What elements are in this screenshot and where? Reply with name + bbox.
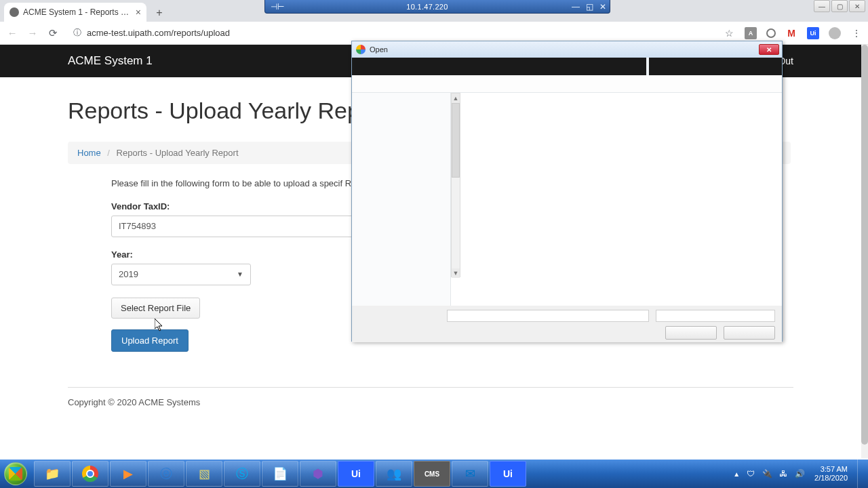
filename-label — [359, 310, 440, 322]
dialog-close-button[interactable]: ✕ — [759, 44, 779, 55]
pdf-extension-icon[interactable]: A — [745, 27, 757, 39]
scroll-up-arrow[interactable]: ▲ — [452, 94, 460, 103]
site-info-icon[interactable]: ⓘ — [73, 27, 81, 39]
taskbar-apps: 📁 ▶ ⓔ ▧ Ⓢ 📄 ⬢ Ui 👥 CMS ✉ Ui — [34, 461, 526, 487]
dialog-title: Open — [370, 45, 388, 54]
taskbar-media-player[interactable]: ▶ — [110, 461, 146, 487]
new-tab-button[interactable]: + — [151, 4, 168, 22]
tray-overflow-button[interactable]: ▲ — [733, 470, 740, 478]
breadcrumb-separator: / — [107, 148, 110, 158]
browser-tab[interactable]: ACME System 1 - Reports - Uploa × — [4, 3, 146, 22]
upload-report-button[interactable]: Upload Report — [111, 329, 189, 352]
windows-logo-icon — [4, 462, 27, 485]
footer-divider — [68, 387, 793, 388]
year-select[interactable]: 2019 ▼ — [111, 264, 251, 285]
rdp-connection-bar: ⊣⊢ 10.1.47.220 — ◱ ✕ — [264, 0, 610, 14]
rdp-close-button[interactable]: ✕ — [596, 1, 610, 12]
tray-security-icon[interactable]: 🛡 — [745, 468, 756, 479]
mcafee-extension-icon[interactable]: М — [785, 27, 797, 39]
omnibox[interactable]: ⓘ acme-test.uipath.com/reports/upload — [66, 24, 709, 42]
breadcrumb-current: Reports - Upload Yearly Report — [117, 148, 239, 158]
scrollbar-thumb[interactable] — [861, 45, 868, 445]
system-tray: ▲ 🛡 🔌 🖧 🔊 3:57 AM 2/18/2020 — [733, 460, 868, 488]
tray-time: 3:57 AM — [814, 465, 848, 474]
select-report-file-button[interactable]: Select Report File — [111, 298, 200, 319]
dialog-back-forward[interactable] — [352, 58, 395, 75]
rdp-minimize-button[interactable]: — — [569, 1, 583, 12]
filetype-filter[interactable] — [656, 310, 775, 322]
dialog-path-field[interactable] — [395, 58, 646, 75]
copyright: Copyright © 2020 ACME Systems — [68, 397, 793, 407]
dialog-nav-bar — [352, 58, 782, 75]
chrome-icon — [82, 466, 98, 482]
tray-power-icon[interactable]: 🔌 — [762, 468, 772, 479]
dialog-file-list[interactable]: ▲ ▼ — [451, 93, 782, 306]
rdp-pin-icon[interactable]: ⊣⊢ — [269, 1, 285, 12]
taskbar-ie[interactable]: ⓔ — [148, 461, 184, 487]
taskbar-uipath[interactable]: Ui — [338, 461, 374, 487]
tab-favicon — [9, 7, 19, 17]
taskbar-cms[interactable]: CMS — [414, 461, 450, 487]
dialog-search-field[interactable] — [649, 58, 782, 75]
breadcrumb-home[interactable]: Home — [77, 148, 101, 158]
taskbar-outlook[interactable]: ✉ — [452, 461, 488, 487]
open-file-dialog: Open ✕ ▲ ▼ — [351, 41, 783, 342]
host-close-button[interactable]: ✕ — [849, 0, 865, 12]
filename-input[interactable] — [447, 310, 649, 322]
browser-menu-button[interactable]: ⋮ — [850, 27, 863, 39]
dialog-scrollbar[interactable]: ▲ ▼ — [451, 93, 460, 277]
tab-title: ACME System 1 - Reports - Uploa — [23, 7, 132, 17]
reload-button[interactable]: ⟳ — [46, 26, 60, 40]
url-text: acme-test.uipath.com/reports/upload — [87, 28, 230, 38]
start-button[interactable] — [0, 460, 31, 487]
dialog-titlebar[interactable]: Open ✕ — [352, 41, 782, 58]
dialog-scrollbar-thumb[interactable] — [452, 103, 460, 178]
host-minimize-button[interactable]: — — [814, 0, 830, 12]
host-maximize-button[interactable]: ▢ — [831, 0, 848, 12]
site-brand: ACME System 1 — [68, 54, 153, 68]
dialog-nav-pane[interactable] — [352, 93, 451, 306]
dialog-body: ▲ ▼ — [352, 93, 782, 306]
rdp-ip: 10.1.47.220 — [285, 3, 569, 11]
tray-clock[interactable]: 3:57 AM 2/18/2020 — [810, 465, 852, 482]
uipath-extension-icon[interactable]: Ui — [807, 27, 819, 39]
tray-date: 2/18/2020 — [814, 474, 848, 483]
extension-icon[interactable] — [766, 28, 776, 38]
tab-close-button[interactable]: × — [136, 7, 141, 18]
tray-network-icon[interactable]: 🖧 — [778, 468, 789, 479]
tray-volume-icon[interactable]: 🔊 — [794, 468, 805, 479]
taskbar-skype[interactable]: Ⓢ — [224, 461, 260, 487]
profile-avatar-icon[interactable] — [829, 27, 841, 39]
dialog-cancel-button[interactable] — [724, 326, 775, 340]
taskbar-chrome[interactable] — [72, 461, 108, 487]
scroll-down-arrow[interactable]: ▼ — [452, 268, 460, 278]
forward-button[interactable]: → — [26, 26, 39, 40]
chevron-down-icon: ▼ — [237, 270, 243, 278]
show-desktop-button[interactable] — [857, 460, 864, 488]
back-button[interactable]: ← — [5, 26, 19, 40]
dialog-bottom-panel — [352, 306, 782, 342]
chrome-icon — [356, 45, 366, 54]
taskbar-uipath-2[interactable]: Ui — [490, 461, 526, 487]
extension-icons: ☆ A М Ui ⋮ — [723, 27, 863, 39]
taskbar-teams[interactable]: 👥 — [376, 461, 412, 487]
dialog-open-button[interactable] — [665, 326, 717, 340]
dialog-toolbar — [352, 75, 782, 93]
rdp-restore-button[interactable]: ◱ — [583, 1, 596, 12]
taskbar-notepad[interactable]: 📄 — [262, 461, 298, 487]
page-scrollbar[interactable] — [861, 45, 868, 458]
year-value: 2019 — [119, 269, 138, 279]
bookmark-star-icon[interactable]: ☆ — [723, 27, 735, 39]
taskbar-visual-studio[interactable]: ⬢ — [300, 461, 336, 487]
taskbar-file-explorer[interactable]: 📁 — [34, 461, 71, 487]
taskbar-sticky-notes[interactable]: ▧ — [186, 461, 222, 487]
host-window-caption: — ▢ ✕ — [814, 0, 865, 12]
taskbar: 📁 ▶ ⓔ ▧ Ⓢ 📄 ⬢ Ui 👥 CMS ✉ Ui ▲ 🛡 🔌 🖧 🔊 3:… — [0, 460, 868, 488]
